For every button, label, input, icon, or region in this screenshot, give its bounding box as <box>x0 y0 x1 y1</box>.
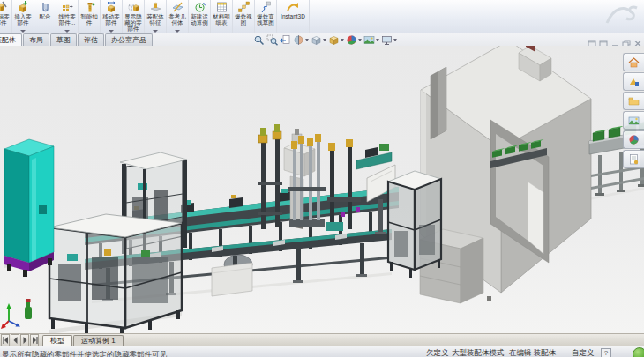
move-component-icon <box>106 1 117 13</box>
apply-scene-icon <box>363 34 375 46</box>
last-tab-button[interactable] <box>30 334 39 346</box>
edit-component-button[interactable]: 编辑零部件 <box>0 0 12 33</box>
dropdown-arrow-icon <box>376 39 379 41</box>
dropdown-arrow-icon <box>175 30 180 33</box>
insert-component-icon <box>18 1 29 13</box>
custom-properties-icon <box>628 153 640 165</box>
dropdown-arrow-icon <box>358 39 362 41</box>
display-style-icon <box>328 34 340 46</box>
smart-fasteners-button[interactable]: 智能扣件 <box>79 0 101 33</box>
exploded-view-button[interactable]: 爆炸视图 <box>233 0 255 33</box>
orientation-triad <box>1 303 20 329</box>
linear-component-pattern-button[interactable]: 线性零部件... <box>56 0 79 33</box>
file-explorer-icon <box>628 95 640 107</box>
model-tab-bar: 模型 运动算例 1 <box>0 333 644 346</box>
mate-button[interactable]: 配合 <box>34 0 56 33</box>
help-icon[interactable]: ? <box>601 348 611 357</box>
bill-of-materials-button[interactable]: 材料明细表 <box>211 0 233 33</box>
new-motion-study-icon <box>194 1 206 13</box>
solidworks-resources-button[interactable] <box>623 53 644 71</box>
section-view-button[interactable] <box>293 34 309 46</box>
design-library-icon <box>628 76 640 87</box>
dropdown-arrow-icon <box>20 30 26 33</box>
dropdown-arrow-icon <box>153 30 158 33</box>
smart-fasteners-icon <box>84 1 95 13</box>
reference-geometry-button[interactable]: 参考几何体 <box>167 0 189 33</box>
inspection-cabinet[interactable] <box>388 171 441 278</box>
previous-view-button[interactable] <box>280 34 291 46</box>
exploded-view-icon <box>238 1 250 13</box>
ribbon-tab-bar: 装配体 布局 草图 评估 办公室产品 <box>0 33 644 46</box>
assembly-features-icon <box>150 1 161 13</box>
view-palette-button[interactable] <box>623 111 644 130</box>
insert-component-button[interactable]: 插入零部件 <box>12 0 34 33</box>
tab-sketch[interactable]: 草图 <box>50 33 77 46</box>
left-machine-cabinet[interactable] <box>49 214 182 333</box>
zoom-to-area-icon <box>266 34 278 46</box>
view-orientation-icon <box>311 34 322 46</box>
tab-evaluate[interactable]: 评估 <box>78 33 104 46</box>
assembly-3d-view[interactable] <box>0 46 644 333</box>
assembly-features-button[interactable]: 装配体特征 <box>145 0 167 33</box>
custom-properties-button[interactable] <box>623 150 644 168</box>
floor-unit[interactable] <box>212 263 252 296</box>
explode-line-sketch-button[interactable]: 爆炸直线草图 <box>255 0 277 33</box>
definition-state: 欠定义 <box>426 348 449 357</box>
view-settings-icon <box>381 34 393 46</box>
command-manager-toolbar: 编辑零部件 插入零部件 配合 线性零部件... 智能扣件 <box>0 0 644 34</box>
explode-line-sketch-icon <box>260 1 272 13</box>
show-hidden-components-icon <box>128 1 139 13</box>
appearances-button[interactable] <box>623 130 644 149</box>
solidworks-window: 编辑零部件 插入零部件 配合 线性零部件... 智能扣件 <box>0 0 644 357</box>
tab-layout[interactable]: 布局 <box>23 33 49 46</box>
task-pane-tabs <box>623 53 644 169</box>
mate-icon <box>40 1 51 13</box>
tab-assembly[interactable]: 装配体 <box>0 33 22 46</box>
edit-appearance-icon <box>346 34 357 46</box>
view-palette-icon <box>628 115 640 126</box>
status-message: 显示所有隐藏的零部件并使选定的隐藏零部件可见 <box>2 350 167 357</box>
dropdown-arrow-icon <box>393 39 397 41</box>
graphics-area[interactable] <box>0 46 644 333</box>
custom-label[interactable]: 自定义 <box>572 348 595 357</box>
previous-tab-button[interactable] <box>11 334 19 346</box>
dropdown-arrow-icon <box>109 30 114 33</box>
reference-geometry-icon <box>172 1 183 13</box>
edit-appearance-button[interactable] <box>346 34 362 46</box>
heads-up-view-toolbar <box>253 34 399 46</box>
view-orientation-button[interactable] <box>311 34 326 46</box>
notification-ball-icon[interactable] <box>633 347 644 357</box>
instant3d-icon <box>287 1 299 13</box>
zoom-to-fit-button[interactable] <box>253 34 265 46</box>
instant3d-button[interactable]: Instant3D <box>277 0 310 33</box>
show-hidden-components-button[interactable]: 显示隐藏的零部件 <box>123 0 145 33</box>
edit-component-icon <box>0 1 7 13</box>
green-bottle-part[interactable] <box>25 299 32 319</box>
move-component-button[interactable]: 移动零部件 <box>101 0 123 33</box>
view-settings-button[interactable] <box>381 34 397 46</box>
appearances-icon <box>628 134 640 145</box>
solidworks-resources-icon <box>628 56 640 68</box>
zoom-to-fit-icon <box>253 34 265 46</box>
dropdown-arrow-icon <box>64 30 70 33</box>
zoom-to-area-button[interactable] <box>266 34 278 46</box>
status-bar: 显示所有隐藏的零部件并使选定的隐藏零部件可见 欠定义 大型装配体模式 在编辑 装… <box>0 346 644 357</box>
apply-scene-button[interactable] <box>363 34 379 46</box>
dropdown-arrow-icon <box>323 39 326 41</box>
dropdown-arrow-icon <box>341 39 344 41</box>
new-motion-study-button[interactable]: 新建运动算例 <box>189 0 211 33</box>
first-tab-button[interactable] <box>1 334 10 346</box>
bill-of-materials-icon <box>216 1 228 13</box>
dassault-systemes-logo <box>603 2 640 32</box>
teal-electrical-cabinet[interactable] <box>4 139 54 277</box>
dropdown-arrow-icon <box>305 39 309 41</box>
linear-pattern-icon <box>62 1 73 13</box>
tab-office-products[interactable]: 办公室产品 <box>105 33 153 46</box>
section-view-icon <box>293 34 304 46</box>
previous-view-icon <box>280 34 291 46</box>
design-library-button[interactable] <box>623 72 644 91</box>
next-tab-button[interactable] <box>20 334 29 346</box>
file-explorer-button[interactable] <box>623 92 644 110</box>
display-style-button[interactable] <box>328 34 344 46</box>
large-assembly-mode-label: 大型装配体模式 <box>452 348 505 357</box>
